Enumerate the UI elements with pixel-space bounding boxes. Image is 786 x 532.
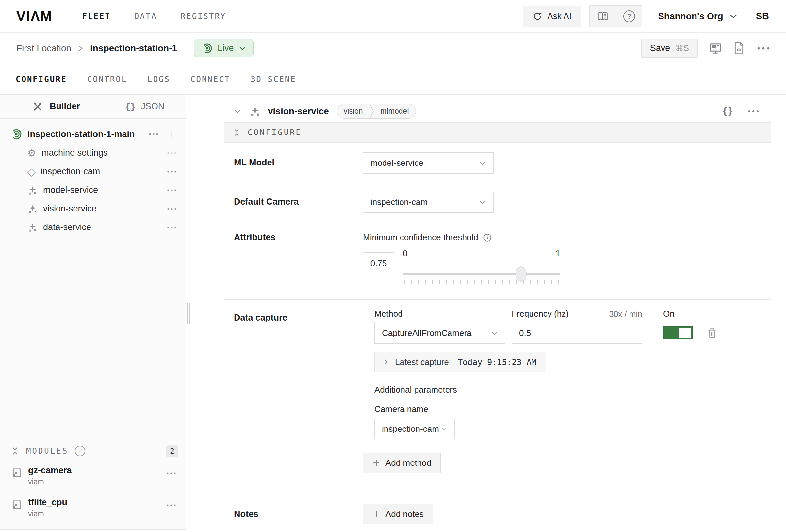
tab-logs[interactable]: LOGS (147, 75, 170, 84)
slider-track[interactable] (403, 273, 560, 275)
sidebar-item-model-service[interactable]: model-service (0, 181, 186, 199)
tab-3d-scene[interactable]: 3D SCENE (251, 75, 296, 84)
capture-on-toggle[interactable] (663, 327, 693, 339)
chevron-down-icon (479, 161, 486, 166)
slider-thumb[interactable] (515, 266, 527, 282)
live-status-badge[interactable]: Live (194, 39, 254, 57)
modules-help-icon[interactable]: ? (75, 446, 85, 456)
tab-configure[interactable]: CONFIGURE (16, 75, 67, 84)
ask-ai-icon (532, 11, 542, 22)
modules-title: MODULES (26, 446, 68, 456)
collapse-chevron-icon[interactable] (233, 109, 242, 114)
item-more-icon[interactable] (167, 226, 177, 229)
config-sidebar: Builder {} JSON inspection-station-1-mai… (0, 95, 186, 530)
item-more-icon[interactable] (167, 152, 177, 154)
sidebar-item-label: inspection-cam (41, 166, 100, 176)
item-more-icon[interactable] (167, 208, 177, 210)
ml-model-select[interactable]: model-service (363, 152, 494, 174)
machine-report-icon[interactable] (733, 42, 745, 55)
notes-row: Notes Add notes (224, 493, 771, 532)
nav-data[interactable]: DATA (134, 12, 157, 21)
machine-dashboard-icon[interactable] (709, 42, 722, 55)
avatar[interactable]: SB (756, 11, 769, 22)
sidebar-item-machine-settings[interactable]: ⚙ machine settings (0, 144, 186, 162)
module-more-icon[interactable] (166, 504, 176, 507)
item-more-icon[interactable] (167, 189, 177, 192)
app-header: VIΛM FLEET DATA REGISTRY Ask AI (0, 0, 786, 33)
service-name: vision-service (268, 106, 329, 117)
slider-ticks (404, 280, 559, 284)
module-row-tflite-cpu[interactable]: tflite_cpu viam (0, 491, 186, 529)
module-row-gz-camera[interactable]: gz-camera viam (0, 460, 186, 491)
latest-capture-expander[interactable]: Latest capture: Today 9:15:23 AM (374, 352, 546, 372)
tag-mlmodel: mlmodel (374, 107, 416, 116)
service-type-tags: vision mlmodel (337, 104, 416, 119)
vision-service-card: vision-service vision mlmodel {} (224, 100, 771, 532)
sidebar-item-inspection-cam[interactable]: ◇ inspection-cam (0, 162, 186, 181)
book-icon (597, 10, 609, 22)
nav-registry[interactable]: REGISTRY (181, 12, 226, 21)
org-switcher[interactable]: Shannon's Org (658, 11, 738, 22)
service-sparkles-icon (249, 105, 261, 118)
help-button[interactable]: ? (616, 5, 642, 27)
data-capture-row: Data capture Method Frequency (hz) 30x /… (224, 299, 771, 485)
viam-logo[interactable]: VIΛM (16, 8, 53, 24)
add-method-button[interactable]: Add method (363, 453, 441, 473)
collapse-icon[interactable] (233, 128, 240, 138)
docs-button[interactable] (590, 5, 616, 27)
card-json-icon[interactable]: {} (722, 106, 733, 117)
save-shortcut: ⌘S (675, 43, 689, 53)
ask-ai-button[interactable]: Ask AI (523, 5, 581, 27)
save-button[interactable]: Save ⌘S (641, 39, 698, 58)
ml-model-label: ML Model (224, 152, 363, 168)
default-camera-label: Default Camera (224, 192, 363, 207)
module-org: viam (28, 478, 72, 486)
frequency-input[interactable] (512, 322, 642, 344)
json-mode-toggle[interactable]: {} JSON (125, 101, 165, 112)
machine-tabs: CONFIGURE CONTROL LOGS CONNECT 3D SCENE (0, 64, 786, 95)
collapse-icon[interactable] (11, 446, 19, 456)
machine-more-icon[interactable] (757, 46, 770, 50)
add-notes-button[interactable]: Add notes (363, 504, 433, 524)
part-more-icon[interactable] (148, 133, 158, 136)
sidebar-item-label: machine settings (42, 148, 108, 158)
machine-part-icon (10, 128, 22, 140)
chevron-right-icon (384, 358, 388, 366)
sidebar-resize-handle[interactable] (187, 303, 191, 325)
threshold-input[interactable] (363, 252, 394, 274)
threshold-slider[interactable]: 0 1 (403, 248, 560, 285)
module-more-icon[interactable] (166, 472, 176, 475)
threshold-label-text: Minimum confidence threshold (363, 233, 478, 242)
tab-connect[interactable]: CONNECT (190, 75, 230, 84)
builder-mode-toggle[interactable]: Builder (32, 101, 80, 112)
camera-name-select[interactable]: inspection-cam (374, 419, 455, 439)
breadcrumb-machine-name: inspection-station-1 (90, 43, 177, 53)
save-label: Save (650, 43, 670, 53)
modules-panel: MODULES ? 2 gz-camera viam (0, 439, 186, 529)
item-more-icon[interactable] (167, 170, 177, 173)
chevron-down-icon (729, 14, 738, 19)
tree-root-machine[interactable]: inspection-station-1-main (0, 125, 186, 144)
json-label: JSON (141, 101, 165, 112)
tab-control[interactable]: CONTROL (87, 75, 127, 84)
nav-fleet[interactable]: FLEET (82, 12, 111, 21)
camera-name-value: inspection-cam (382, 424, 439, 434)
data-capture-label: Data capture (224, 299, 363, 485)
default-camera-row: Default Camera inspection-cam (224, 192, 771, 213)
module-icon (12, 499, 22, 510)
capture-method-select[interactable]: CaptureAllFromCamera (374, 322, 505, 344)
default-camera-select[interactable]: inspection-cam (363, 192, 494, 213)
help-icon: ? (623, 10, 635, 22)
info-icon[interactable] (483, 233, 492, 242)
sidebar-item-label: vision-service (43, 204, 97, 214)
sidebar-item-data-service[interactable]: data-service (0, 218, 186, 237)
card-more-icon[interactable] (747, 110, 759, 113)
page: VIΛM FLEET DATA REGISTRY Ask AI (0, 0, 786, 532)
live-label: Live (217, 43, 234, 53)
service-sparkles-icon (27, 222, 38, 233)
sidebar-item-vision-service[interactable]: vision-service (0, 199, 186, 218)
breadcrumb-location[interactable]: First Location (16, 43, 71, 53)
threshold-label: Minimum confidence threshold (363, 233, 560, 242)
trash-icon[interactable] (707, 327, 717, 339)
add-component-icon[interactable] (168, 130, 176, 138)
